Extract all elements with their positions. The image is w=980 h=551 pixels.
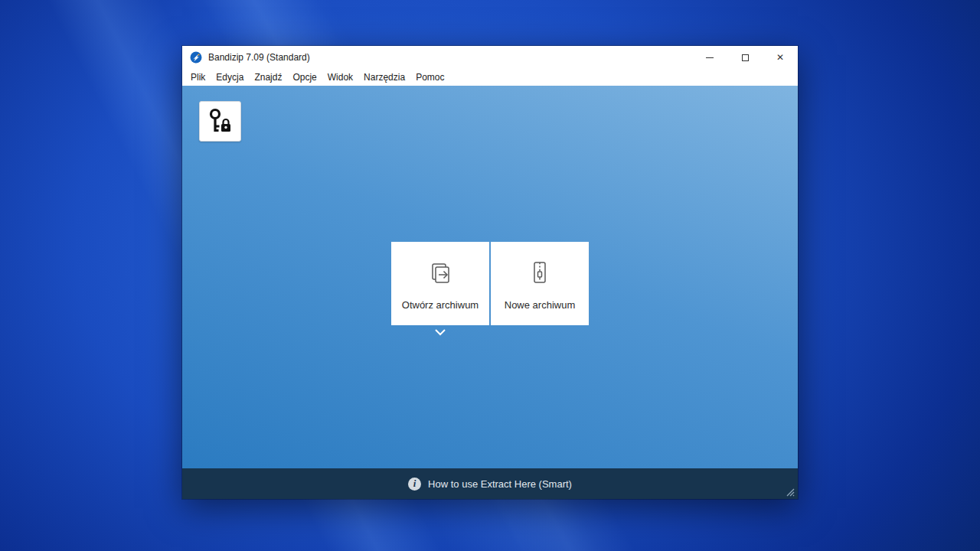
- open-archive-card[interactable]: Otwórz archiwum: [391, 242, 489, 325]
- chevron-down-icon[interactable]: [434, 328, 446, 336]
- menu-item-znajdz[interactable]: Znajdź: [249, 70, 287, 84]
- statusbar-help-link[interactable]: i How to use Extract Here (Smart): [182, 468, 798, 499]
- minimize-button[interactable]: [692, 46, 727, 69]
- close-icon: ✕: [776, 53, 784, 62]
- resize-grip[interactable]: [785, 487, 795, 497]
- bandizip-logo-icon: [190, 51, 202, 64]
- password-manager-button[interactable]: [199, 101, 241, 142]
- menu-item-plik[interactable]: Plik: [185, 70, 211, 84]
- window-controls: ✕: [692, 46, 798, 69]
- open-archive-icon: [426, 259, 454, 286]
- open-archive-label: Otwórz archiwum: [402, 299, 479, 311]
- new-archive-icon: [526, 259, 554, 286]
- minimize-icon: [706, 57, 714, 58]
- main-area: Otwórz archiwum Nowe archiwum: [182, 86, 798, 468]
- statusbar-text: How to use Extract Here (Smart): [428, 478, 572, 490]
- menu-item-widok[interactable]: Widok: [322, 70, 358, 84]
- bandizip-window: Bandizip 7.09 (Standard) ✕ Plik Edycja Z…: [182, 46, 798, 499]
- window-title: Bandizip 7.09 (Standard): [208, 52, 310, 63]
- menu-item-edycja[interactable]: Edycja: [211, 70, 249, 84]
- menu-item-narzedzia[interactable]: Narzędzia: [358, 70, 410, 84]
- menu-item-pomoc[interactable]: Pomoc: [410, 70, 449, 84]
- action-cards: Otwórz archiwum Nowe archiwum: [391, 242, 589, 325]
- key-lock-icon: [205, 106, 236, 137]
- maximize-button[interactable]: [727, 46, 763, 69]
- menu-item-opcje[interactable]: Opcje: [287, 70, 322, 84]
- new-archive-card[interactable]: Nowe archiwum: [491, 242, 589, 325]
- maximize-icon: [742, 54, 749, 61]
- desktop-wallpaper: Bandizip 7.09 (Standard) ✕ Plik Edycja Z…: [0, 0, 980, 551]
- close-button[interactable]: ✕: [763, 46, 798, 69]
- info-icon: i: [408, 478, 421, 491]
- new-archive-label: Nowe archiwum: [505, 299, 575, 311]
- titlebar[interactable]: Bandizip 7.09 (Standard) ✕: [182, 46, 798, 69]
- menubar: Plik Edycja Znajdź Opcje Widok Narzędzia…: [182, 69, 798, 86]
